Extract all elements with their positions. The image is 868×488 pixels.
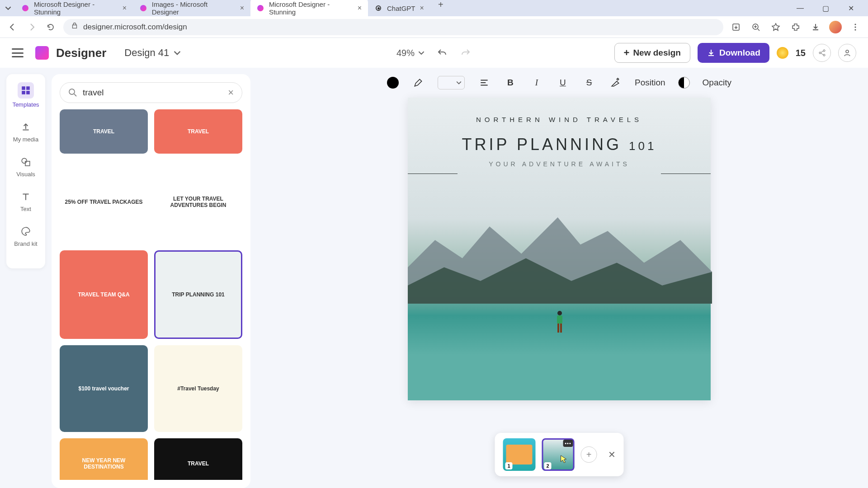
nav-label: Brand kit: [14, 240, 37, 247]
close-icon[interactable]: ×: [420, 4, 424, 12]
credits-count[interactable]: 15: [796, 48, 806, 58]
browser-tab[interactable]: Microsoft Designer - Stunning×: [250, 0, 368, 19]
page-thumb[interactable]: ••• 2: [542, 438, 575, 471]
svg-rect-10: [26, 86, 30, 90]
designer-logo[interactable]: [35, 46, 49, 60]
close-icon[interactable]: ×: [123, 4, 127, 12]
nav-text[interactable]: Text: [19, 190, 32, 212]
text-icon: [19, 190, 32, 203]
tab-title: ChatGPT: [387, 5, 415, 12]
font-dropdown[interactable]: [438, 76, 465, 89]
template-card[interactable]: TRAVEL TEAM Q&A: [60, 250, 148, 339]
italic-icon[interactable]: I: [530, 76, 543, 89]
opacity-label: Opacity: [703, 78, 731, 88]
new-design-button[interactable]: +New design: [614, 43, 690, 63]
canvas-subtitle: NORTHERN WIND TRAVELS: [408, 116, 711, 123]
bookmark-icon[interactable]: [769, 21, 782, 33]
design-canvas[interactable]: NORTHERN WIND TRAVELS TRIP PLANNING 101 …: [408, 98, 711, 400]
strikethrough-icon[interactable]: S: [582, 76, 596, 89]
template-card[interactable]: TRAVEL: [60, 109, 148, 154]
minimize-button[interactable]: —: [791, 2, 809, 14]
browser-tab[interactable]: Images - Microsoft Designer×: [133, 0, 250, 19]
svg-point-6: [823, 50, 825, 52]
svg-point-5: [819, 52, 821, 54]
template-card[interactable]: 25% OFF TRAVEL PACKAGES: [60, 160, 148, 244]
nav-brand-kit[interactable]: Brand kit: [14, 225, 37, 247]
back-button[interactable]: [6, 21, 19, 33]
tab-title: Microsoft Designer - Stunning: [269, 0, 353, 16]
underline-icon[interactable]: U: [556, 76, 570, 89]
opacity-button[interactable]: Opacity: [703, 78, 731, 88]
page-options-icon[interactable]: •••: [563, 440, 573, 447]
template-search[interactable]: ×: [60, 82, 242, 103]
canvas-title: TRIP PLANNING 101: [408, 135, 711, 154]
install-app-icon[interactable]: [730, 21, 742, 33]
clear-search-icon[interactable]: ×: [228, 87, 234, 99]
effects-icon[interactable]: [609, 76, 622, 89]
site-info-icon[interactable]: [71, 22, 79, 32]
template-card[interactable]: TRAVEL: [154, 438, 242, 480]
close-strip-icon[interactable]: ✕: [608, 449, 616, 460]
template-card[interactable]: TRIP PLANNING 101: [154, 250, 242, 339]
nav-my-media[interactable]: My media: [13, 121, 38, 143]
zoom-icon[interactable]: [750, 21, 762, 33]
fill-color-swatch[interactable]: [387, 77, 399, 89]
bold-icon[interactable]: B: [504, 76, 517, 89]
nav-templates[interactable]: Templates: [12, 82, 39, 108]
new-tab-button[interactable]: +: [434, 0, 448, 11]
position-button[interactable]: Position: [635, 78, 665, 88]
page-number: 1: [505, 462, 513, 469]
share-button[interactable]: [813, 44, 831, 62]
download-button[interactable]: Download: [698, 43, 769, 63]
zoom-dropdown[interactable]: 49%: [396, 48, 425, 58]
svg-point-8: [846, 50, 849, 53]
rule-right: [661, 174, 711, 174]
profile-avatar[interactable]: [829, 21, 842, 33]
opacity-icon: [678, 77, 690, 89]
grid-icon: [18, 82, 34, 99]
person-graphic: [553, 310, 566, 335]
close-icon[interactable]: ×: [240, 4, 244, 12]
tab-dropdown-icon[interactable]: [4, 4, 13, 13]
svg-rect-11: [22, 91, 25, 94]
svg-rect-12: [26, 91, 30, 94]
nav-visuals[interactable]: Visuals: [16, 155, 35, 178]
maximize-button[interactable]: ▢: [816, 2, 835, 14]
browser-tab[interactable]: Microsoft Designer - Stunning×: [15, 0, 133, 19]
account-button[interactable]: [838, 44, 856, 62]
extensions-icon[interactable]: [789, 21, 802, 33]
svg-rect-14: [25, 161, 30, 166]
svg-point-16: [557, 311, 562, 315]
design-name-dropdown[interactable]: Design 41: [124, 47, 181, 59]
nav-label: Visuals: [16, 171, 35, 178]
close-window-button[interactable]: ✕: [842, 2, 860, 14]
tab-title: Images - Microsoft Designer: [152, 0, 236, 16]
address-bar[interactable]: designer.microsoft.com/design: [63, 19, 723, 35]
template-card[interactable]: TRAVEL: [154, 109, 242, 154]
svg-point-13: [22, 158, 27, 163]
template-card[interactable]: $100 travel voucher: [60, 345, 148, 432]
redo-button[interactable]: [460, 47, 472, 59]
chevron-down-icon: [174, 49, 181, 56]
close-icon[interactable]: ×: [358, 4, 362, 12]
svg-point-2: [854, 23, 856, 25]
undo-button[interactable]: [436, 47, 448, 59]
forward-button[interactable]: [25, 21, 38, 33]
align-icon[interactable]: [477, 76, 491, 89]
reload-button[interactable]: [44, 21, 57, 33]
browser-menu-icon[interactable]: [849, 21, 862, 33]
url-text: designer.microsoft.com/design: [83, 23, 187, 32]
svg-point-15: [69, 89, 75, 94]
template-card[interactable]: NEW YEAR NEW DESTINATIONS: [60, 438, 148, 480]
add-page-button[interactable]: +: [581, 446, 597, 463]
page-thumb[interactable]: 1: [503, 438, 536, 471]
browser-tab[interactable]: ChatGPT×: [368, 0, 430, 19]
mountain-graphic: [408, 213, 712, 304]
edit-pen-icon[interactable]: [411, 76, 425, 89]
search-input[interactable]: [83, 88, 222, 98]
downloads-icon[interactable]: [809, 21, 822, 33]
svg-point-4: [854, 29, 856, 30]
menu-button[interactable]: [12, 48, 24, 57]
template-card[interactable]: LET YOUR TRAVEL ADVENTURES BEGIN: [154, 160, 242, 244]
template-card[interactable]: #Travel Tuesday: [154, 345, 242, 432]
